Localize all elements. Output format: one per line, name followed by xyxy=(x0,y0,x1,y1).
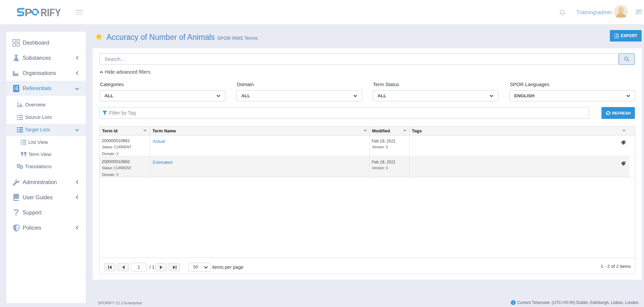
svg-text:RIFY: RIFY xyxy=(41,7,61,17)
svg-text:P: P xyxy=(25,7,32,17)
